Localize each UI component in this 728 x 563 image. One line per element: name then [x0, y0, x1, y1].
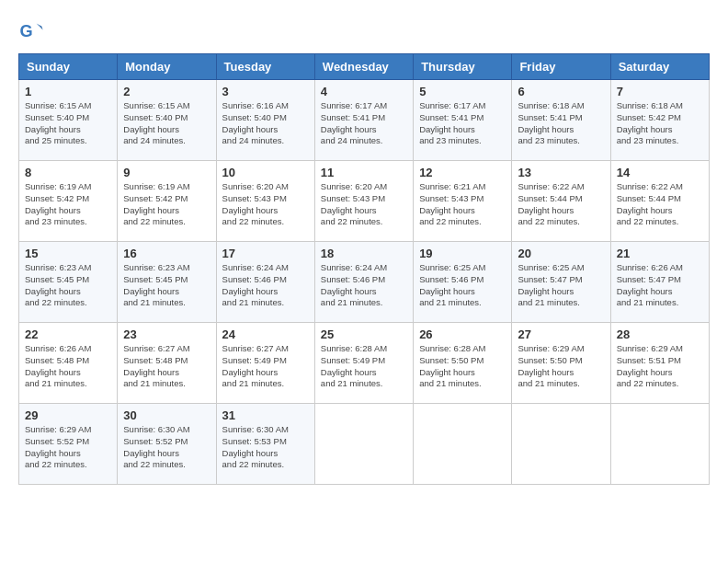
day-number: 12: [419, 166, 506, 179]
calendar-day-2: 2 Sunrise: 6:15 AM Sunset: 5:40 PM Dayli…: [118, 80, 216, 161]
svg-text:G: G: [19, 22, 32, 40]
calendar-day-3: 3 Sunrise: 6:16 AM Sunset: 5:40 PM Dayli…: [216, 80, 314, 161]
day-number: 22: [25, 327, 111, 341]
day-number: 6: [518, 85, 604, 98]
day-info: Sunrise: 6:30 AM Sunset: 5:52 PM Dayligh…: [123, 424, 210, 471]
day-info: Sunrise: 6:27 AM Sunset: 5:48 PM Dayligh…: [123, 343, 210, 390]
calendar-day-27: 27 Sunrise: 6:29 AM Sunset: 5:50 PM Dayl…: [512, 323, 610, 404]
day-number: 4: [321, 85, 407, 98]
day-number: 19: [419, 247, 506, 260]
weekday-header-saturday: Saturday: [610, 54, 709, 80]
day-info: Sunrise: 6:19 AM Sunset: 5:42 PM Dayligh…: [25, 181, 111, 228]
day-info: Sunrise: 6:19 AM Sunset: 5:42 PM Dayligh…: [123, 181, 210, 228]
calendar-day-7: 7 Sunrise: 6:18 AM Sunset: 5:42 PM Dayli…: [610, 80, 709, 161]
day-info: Sunrise: 6:29 AM Sunset: 5:52 PM Dayligh…: [25, 424, 111, 471]
day-info: Sunrise: 6:16 AM Sunset: 5:40 PM Dayligh…: [222, 100, 309, 147]
svg-marker-1: [37, 24, 43, 30]
calendar-day-31: 31 Sunrise: 6:30 AM Sunset: 5:53 PM Dayl…: [216, 404, 314, 485]
day-info: Sunrise: 6:22 AM Sunset: 5:44 PM Dayligh…: [617, 181, 703, 228]
calendar-day-25: 25 Sunrise: 6:28 AM Sunset: 5:49 PM Dayl…: [314, 323, 413, 404]
day-number: 9: [123, 166, 210, 179]
day-info: Sunrise: 6:27 AM Sunset: 5:49 PM Dayligh…: [222, 343, 309, 390]
day-info: Sunrise: 6:28 AM Sunset: 5:49 PM Dayligh…: [321, 343, 407, 390]
day-info: Sunrise: 6:20 AM Sunset: 5:43 PM Dayligh…: [321, 181, 407, 228]
calendar-day-4: 4 Sunrise: 6:17 AM Sunset: 5:41 PM Dayli…: [314, 80, 413, 161]
weekday-header-sunday: Sunday: [19, 54, 118, 80]
day-info: Sunrise: 6:17 AM Sunset: 5:41 PM Dayligh…: [321, 100, 407, 147]
day-info: Sunrise: 6:26 AM Sunset: 5:47 PM Dayligh…: [617, 262, 703, 309]
calendar-day-24: 24 Sunrise: 6:27 AM Sunset: 5:49 PM Dayl…: [216, 323, 314, 404]
day-number: 15: [25, 247, 111, 260]
calendar-day-22: 22 Sunrise: 6:26 AM Sunset: 5:48 PM Dayl…: [19, 323, 118, 404]
day-number: 14: [617, 166, 703, 179]
day-number: 25: [321, 327, 407, 341]
weekday-header-friday: Friday: [512, 54, 610, 80]
day-number: 31: [222, 408, 309, 422]
calendar-day-19: 19 Sunrise: 6:25 AM Sunset: 5:46 PM Dayl…: [414, 242, 512, 323]
empty-cell: [414, 404, 512, 485]
weekday-header-monday: Monday: [118, 54, 216, 80]
calendar-table: SundayMondayTuesdayWednesdayThursdayFrid…: [18, 53, 710, 485]
day-number: 20: [518, 247, 604, 260]
day-info: Sunrise: 6:23 AM Sunset: 5:45 PM Dayligh…: [25, 262, 111, 309]
day-info: Sunrise: 6:18 AM Sunset: 5:42 PM Dayligh…: [617, 100, 703, 147]
calendar-day-17: 17 Sunrise: 6:24 AM Sunset: 5:46 PM Dayl…: [216, 242, 314, 323]
calendar-day-21: 21 Sunrise: 6:26 AM Sunset: 5:47 PM Dayl…: [610, 242, 709, 323]
calendar-header: SundayMondayTuesdayWednesdayThursdayFrid…: [19, 54, 710, 80]
calendar-day-16: 16 Sunrise: 6:23 AM Sunset: 5:45 PM Dayl…: [118, 242, 216, 323]
day-number: 3: [222, 85, 309, 98]
calendar-day-10: 10 Sunrise: 6:20 AM Sunset: 5:43 PM Dayl…: [216, 161, 314, 242]
day-number: 10: [222, 166, 309, 179]
day-info: Sunrise: 6:29 AM Sunset: 5:50 PM Dayligh…: [518, 343, 604, 390]
day-number: 13: [518, 166, 604, 179]
day-number: 23: [123, 327, 210, 341]
day-number: 18: [321, 247, 407, 260]
day-number: 27: [518, 327, 604, 341]
calendar-day-20: 20 Sunrise: 6:25 AM Sunset: 5:47 PM Dayl…: [512, 242, 610, 323]
day-info: Sunrise: 6:29 AM Sunset: 5:51 PM Dayligh…: [617, 343, 703, 390]
day-info: Sunrise: 6:15 AM Sunset: 5:40 PM Dayligh…: [25, 100, 111, 147]
day-info: Sunrise: 6:24 AM Sunset: 5:46 PM Dayligh…: [222, 262, 309, 309]
calendar-day-1: 1 Sunrise: 6:15 AM Sunset: 5:40 PM Dayli…: [19, 80, 118, 161]
day-info: Sunrise: 6:17 AM Sunset: 5:41 PM Dayligh…: [419, 100, 506, 147]
day-number: 24: [222, 327, 309, 341]
calendar-week-4: 22 Sunrise: 6:26 AM Sunset: 5:48 PM Dayl…: [19, 323, 710, 404]
empty-cell: [512, 404, 610, 485]
day-number: 8: [25, 166, 111, 179]
day-number: 16: [123, 247, 210, 260]
day-info: Sunrise: 6:26 AM Sunset: 5:48 PM Dayligh…: [25, 343, 111, 390]
page-header: G: [18, 18, 710, 44]
day-info: Sunrise: 6:22 AM Sunset: 5:44 PM Dayligh…: [518, 181, 604, 228]
day-info: Sunrise: 6:24 AM Sunset: 5:46 PM Dayligh…: [321, 262, 407, 309]
calendar-day-14: 14 Sunrise: 6:22 AM Sunset: 5:44 PM Dayl…: [610, 161, 709, 242]
calendar-day-23: 23 Sunrise: 6:27 AM Sunset: 5:48 PM Dayl…: [118, 323, 216, 404]
day-info: Sunrise: 6:25 AM Sunset: 5:46 PM Dayligh…: [419, 262, 506, 309]
calendar-day-28: 28 Sunrise: 6:29 AM Sunset: 5:51 PM Dayl…: [610, 323, 709, 404]
calendar-day-30: 30 Sunrise: 6:30 AM Sunset: 5:52 PM Dayl…: [118, 404, 216, 485]
calendar-day-6: 6 Sunrise: 6:18 AM Sunset: 5:41 PM Dayli…: [512, 80, 610, 161]
calendar-day-12: 12 Sunrise: 6:21 AM Sunset: 5:43 PM Dayl…: [414, 161, 512, 242]
day-number: 29: [25, 408, 111, 422]
weekday-header-wednesday: Wednesday: [314, 54, 413, 80]
empty-cell: [610, 404, 709, 485]
day-number: 7: [617, 85, 703, 98]
day-info: Sunrise: 6:18 AM Sunset: 5:41 PM Dayligh…: [518, 100, 604, 147]
day-number: 26: [419, 327, 506, 341]
calendar-day-9: 9 Sunrise: 6:19 AM Sunset: 5:42 PM Dayli…: [118, 161, 216, 242]
calendar-day-13: 13 Sunrise: 6:22 AM Sunset: 5:44 PM Dayl…: [512, 161, 610, 242]
day-info: Sunrise: 6:21 AM Sunset: 5:43 PM Dayligh…: [419, 181, 506, 228]
calendar-week-5: 29 Sunrise: 6:29 AM Sunset: 5:52 PM Dayl…: [19, 404, 710, 485]
calendar-day-5: 5 Sunrise: 6:17 AM Sunset: 5:41 PM Dayli…: [414, 80, 512, 161]
day-info: Sunrise: 6:25 AM Sunset: 5:47 PM Dayligh…: [518, 262, 604, 309]
day-number: 11: [321, 166, 407, 179]
day-info: Sunrise: 6:28 AM Sunset: 5:50 PM Dayligh…: [419, 343, 506, 390]
calendar-day-15: 15 Sunrise: 6:23 AM Sunset: 5:45 PM Dayl…: [19, 242, 118, 323]
day-info: Sunrise: 6:20 AM Sunset: 5:43 PM Dayligh…: [222, 181, 309, 228]
logo-icon: G: [18, 18, 44, 44]
day-number: 30: [123, 408, 210, 422]
calendar-day-8: 8 Sunrise: 6:19 AM Sunset: 5:42 PM Dayli…: [19, 161, 118, 242]
empty-cell: [314, 404, 413, 485]
calendar-day-11: 11 Sunrise: 6:20 AM Sunset: 5:43 PM Dayl…: [314, 161, 413, 242]
day-info: Sunrise: 6:30 AM Sunset: 5:53 PM Dayligh…: [222, 424, 309, 471]
calendar-day-29: 29 Sunrise: 6:29 AM Sunset: 5:52 PM Dayl…: [19, 404, 118, 485]
